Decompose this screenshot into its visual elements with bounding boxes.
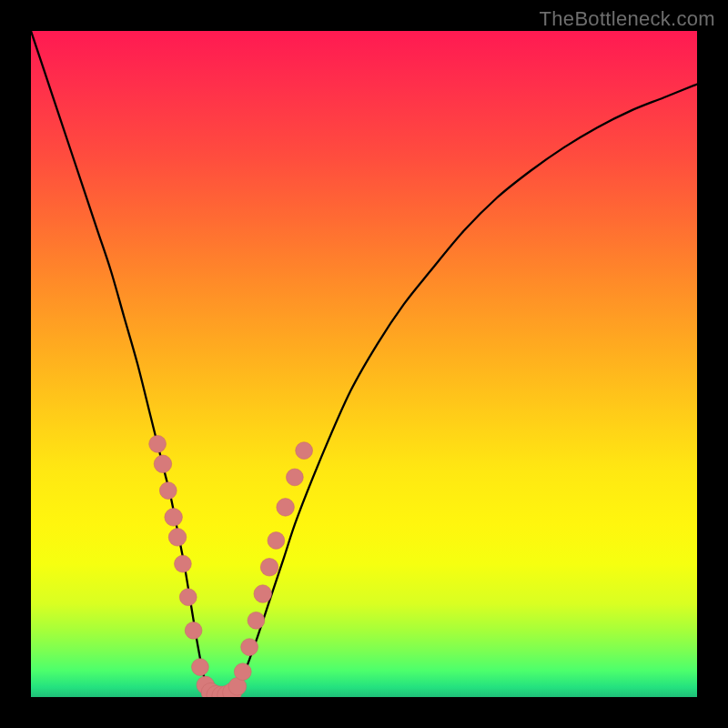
data-marker (286, 469, 303, 486)
data-marker (296, 442, 313, 460)
data-marker (179, 589, 197, 606)
data-marker (159, 482, 177, 500)
data-marker (192, 659, 209, 676)
data-marker (268, 532, 285, 550)
data-marker (277, 499, 295, 517)
watermark-text: TheBottleneck.com (540, 7, 715, 31)
data-marker (248, 612, 265, 629)
marker-group (149, 435, 313, 697)
chart-frame: TheBottleneck.com (0, 0, 728, 728)
data-marker (168, 529, 187, 547)
data-marker (234, 663, 251, 681)
data-marker (149, 435, 167, 452)
data-marker (175, 555, 192, 572)
data-marker (241, 639, 258, 656)
data-marker (165, 509, 183, 527)
bottleneck-curve (31, 31, 697, 696)
data-marker (185, 622, 202, 639)
data-marker (254, 585, 272, 603)
data-marker (154, 455, 172, 473)
chart-svg (31, 31, 697, 697)
data-marker (260, 559, 278, 577)
plot-area (31, 31, 697, 697)
